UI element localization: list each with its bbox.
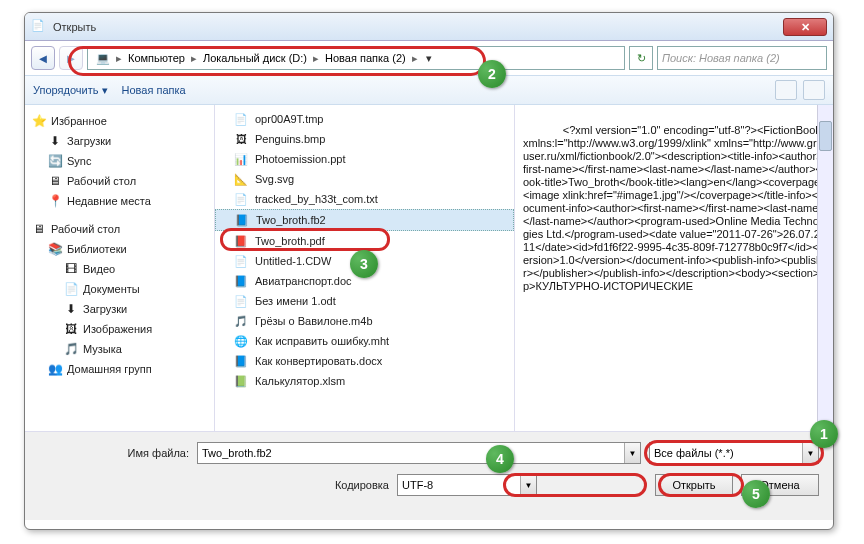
filetype-filter[interactable]: Все файлы (*.*)▼: [649, 442, 819, 464]
tree-downloads2[interactable]: ⬇Загрузки: [27, 299, 212, 319]
file-row[interactable]: 📄Untitled-1.CDW: [215, 251, 514, 271]
tree-desktop2[interactable]: 🖥Рабочий стол: [27, 219, 212, 239]
app-icon: 📄: [31, 19, 47, 35]
preview-text: <?xml version="1.0" encoding="utf-8"?><F…: [523, 124, 829, 292]
tree-video[interactable]: 🎞Видео: [27, 259, 212, 279]
titlebar: 📄 Открыть ✕: [25, 13, 833, 41]
tree-images[interactable]: 🖼Изображения: [27, 319, 212, 339]
file-row[interactable]: 📘Как конвертировать.docx: [215, 351, 514, 371]
file-row[interactable]: 📗Калькулятор.xlsm: [215, 371, 514, 391]
file-row[interactable]: 📐Svg.svg: [215, 169, 514, 189]
close-button[interactable]: ✕: [783, 18, 827, 36]
file-list: 📄opr00A9T.tmp 🖼Penguins.bmp 📊Photoemissi…: [215, 105, 515, 431]
crumb-3[interactable]: Новая папка (2): [321, 52, 410, 64]
computer-icon: 💻: [92, 52, 114, 65]
view-button[interactable]: [775, 80, 797, 100]
breadcrumb[interactable]: 💻▸ Компьютер▸ Локальный диск (D:)▸ Новая…: [87, 46, 625, 70]
window-title: Открыть: [53, 21, 783, 33]
tree-libraries[interactable]: 📚Библиотеки: [27, 239, 212, 259]
open-button[interactable]: Открыть: [655, 474, 733, 496]
dropdown-icon[interactable]: ▼: [520, 475, 536, 495]
crumb-1[interactable]: Компьютер: [124, 52, 189, 64]
encoding-label: Кодировка: [39, 479, 389, 491]
filename-input[interactable]: Two_broth.fb2▼: [197, 442, 641, 464]
refresh-button[interactable]: ↻: [629, 46, 653, 70]
file-row[interactable]: 📊Photoemission.ppt: [215, 149, 514, 169]
file-row[interactable]: 🌐Как исправить ошибку.mht: [215, 331, 514, 351]
tree-favorites[interactable]: ⭐Избранное: [27, 111, 212, 131]
preview-pane: <?xml version="1.0" encoding="utf-8"?><F…: [515, 105, 833, 431]
new-folder-button[interactable]: Новая папка: [122, 84, 186, 96]
file-row[interactable]: 📄Без имени 1.odt: [215, 291, 514, 311]
scroll-thumb[interactable]: [819, 121, 832, 151]
toolbar: Упорядочить ▾ Новая папка: [25, 75, 833, 105]
file-row[interactable]: 📕Two_broth.pdf: [215, 231, 514, 251]
tree-sync[interactable]: 🔄Sync: [27, 151, 212, 171]
crumb-dropdown-icon[interactable]: ▾: [420, 52, 438, 65]
cancel-button[interactable]: Отмена: [741, 474, 819, 496]
encoding-select[interactable]: UTF-8▼: [397, 474, 537, 496]
tree-homegroup[interactable]: 👥Домашняя групп: [27, 359, 212, 379]
tree-downloads[interactable]: ⬇Загрузки: [27, 131, 212, 151]
tree-desktop[interactable]: 🖥Рабочий стол: [27, 171, 212, 191]
back-button[interactable]: ◄: [31, 46, 55, 70]
nav-tree: ⭐Избранное ⬇Загрузки 🔄Sync 🖥Рабочий стол…: [25, 105, 215, 431]
tree-music[interactable]: 🎵Музыка: [27, 339, 212, 359]
search-input[interactable]: Поиск: Новая папка (2): [657, 46, 827, 70]
tree-recent[interactable]: 📍Недавние места: [27, 191, 212, 211]
file-row-selected[interactable]: 📘Two_broth.fb2: [215, 209, 514, 231]
help-button[interactable]: [803, 80, 825, 100]
dropdown-icon[interactable]: ▼: [802, 443, 818, 463]
organize-menu[interactable]: Упорядочить ▾: [33, 84, 108, 97]
dropdown-icon[interactable]: ▼: [624, 443, 640, 463]
tree-documents[interactable]: 📄Документы: [27, 279, 212, 299]
file-row[interactable]: 📘Авиатранспорт.doc: [215, 271, 514, 291]
file-row[interactable]: 🖼Penguins.bmp: [215, 129, 514, 149]
preview-scrollbar[interactable]: [817, 105, 833, 431]
file-row[interactable]: 📄opr00A9T.tmp: [215, 109, 514, 129]
file-row[interactable]: 🎵Грёзы о Вавилоне.m4b: [215, 311, 514, 331]
crumb-2[interactable]: Локальный диск (D:): [199, 52, 311, 64]
filename-label: Имя файла:: [39, 447, 189, 459]
bottom-panel: Имя файла: Two_broth.fb2▼ Все файлы (*.*…: [25, 431, 833, 520]
file-row[interactable]: 📄tracked_by_h33t_com.txt: [215, 189, 514, 209]
nav-row: ◄ ► 💻▸ Компьютер▸ Локальный диск (D:)▸ Н…: [25, 41, 833, 75]
forward-button[interactable]: ►: [59, 46, 83, 70]
